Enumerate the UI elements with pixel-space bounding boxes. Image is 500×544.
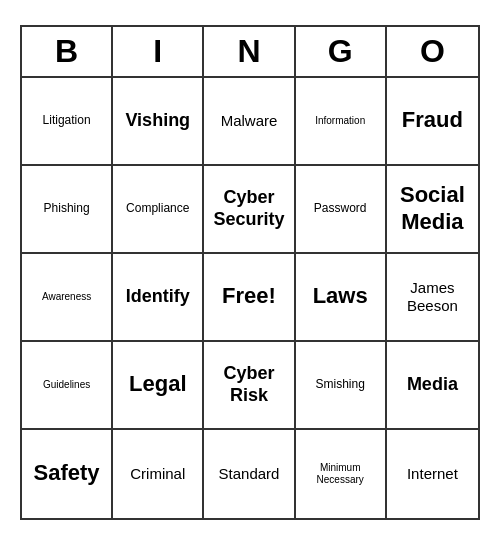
header-letter: N bbox=[204, 27, 295, 76]
bingo-cell: Social Media bbox=[387, 166, 478, 254]
cell-text: Safety bbox=[34, 460, 100, 486]
bingo-cell: Cyber Risk bbox=[204, 342, 295, 430]
bingo-cell: Internet bbox=[387, 430, 478, 518]
bingo-cell: Minimum Necessary bbox=[296, 430, 387, 518]
cell-text: Smishing bbox=[316, 377, 365, 391]
bingo-cell: Free! bbox=[204, 254, 295, 342]
bingo-header: BINGO bbox=[22, 27, 478, 78]
cell-text: Cyber Risk bbox=[208, 363, 289, 406]
cell-text: Phishing bbox=[44, 201, 90, 215]
cell-text: Information bbox=[315, 115, 365, 127]
cell-text: Guidelines bbox=[43, 379, 90, 391]
bingo-cell: Cyber Security bbox=[204, 166, 295, 254]
cell-text: Awareness bbox=[42, 291, 91, 303]
bingo-cell: Compliance bbox=[113, 166, 204, 254]
cell-text: Minimum Necessary bbox=[300, 462, 381, 486]
bingo-cell: Malware bbox=[204, 78, 295, 166]
cell-text: Compliance bbox=[126, 201, 189, 215]
bingo-cell: Fraud bbox=[387, 78, 478, 166]
bingo-cell: Vishing bbox=[113, 78, 204, 166]
bingo-cell: Awareness bbox=[22, 254, 113, 342]
cell-text: Malware bbox=[221, 112, 278, 130]
cell-text: Fraud bbox=[402, 107, 463, 133]
bingo-cell: Guidelines bbox=[22, 342, 113, 430]
bingo-cell: Smishing bbox=[296, 342, 387, 430]
bingo-cell: Laws bbox=[296, 254, 387, 342]
bingo-grid: LitigationVishingMalwareInformationFraud… bbox=[22, 78, 478, 518]
cell-text: Laws bbox=[313, 283, 368, 309]
header-letter: I bbox=[113, 27, 204, 76]
bingo-card: BINGO LitigationVishingMalwareInformatio… bbox=[20, 25, 480, 520]
bingo-cell: Information bbox=[296, 78, 387, 166]
cell-text: Standard bbox=[219, 465, 280, 483]
header-letter: G bbox=[296, 27, 387, 76]
cell-text: Legal bbox=[129, 371, 186, 397]
bingo-cell: Criminal bbox=[113, 430, 204, 518]
cell-text: Free! bbox=[222, 283, 276, 309]
bingo-cell: Phishing bbox=[22, 166, 113, 254]
cell-text: Identify bbox=[126, 286, 190, 308]
bingo-cell: Password bbox=[296, 166, 387, 254]
cell-text: James Beeson bbox=[391, 279, 474, 315]
cell-text: Media bbox=[407, 374, 458, 396]
bingo-cell: Safety bbox=[22, 430, 113, 518]
cell-text: Litigation bbox=[43, 113, 91, 127]
bingo-cell: James Beeson bbox=[387, 254, 478, 342]
bingo-cell: Litigation bbox=[22, 78, 113, 166]
header-letter: O bbox=[387, 27, 478, 76]
bingo-cell: Media bbox=[387, 342, 478, 430]
cell-text: Social Media bbox=[391, 182, 474, 235]
bingo-cell: Standard bbox=[204, 430, 295, 518]
cell-text: Criminal bbox=[130, 465, 185, 483]
cell-text: Cyber Security bbox=[208, 187, 289, 230]
header-letter: B bbox=[22, 27, 113, 76]
cell-text: Internet bbox=[407, 465, 458, 483]
bingo-cell: Identify bbox=[113, 254, 204, 342]
cell-text: Password bbox=[314, 201, 367, 215]
bingo-cell: Legal bbox=[113, 342, 204, 430]
cell-text: Vishing bbox=[125, 110, 190, 132]
